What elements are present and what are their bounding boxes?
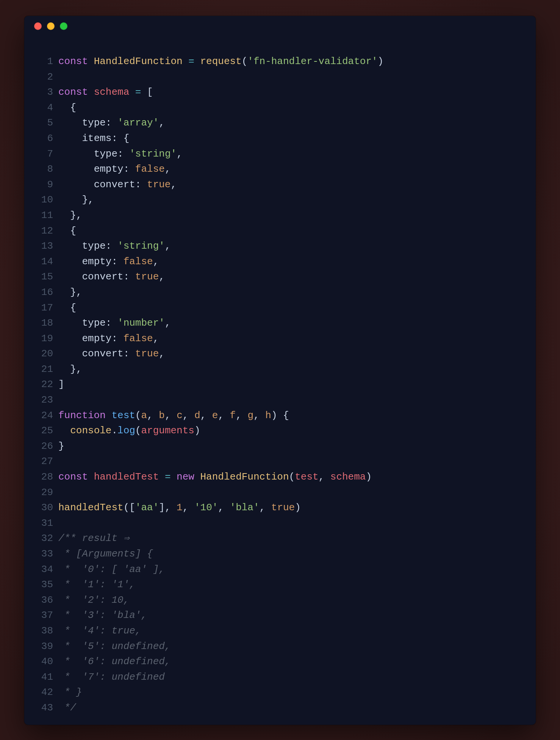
token-bool: true <box>135 348 159 359</box>
token-pun: ] <box>58 379 64 390</box>
line-number: 26 <box>32 439 58 454</box>
token-pun <box>58 256 82 267</box>
code-content: type: 'array', <box>58 115 165 131</box>
code-content: * '2': 10, <box>58 593 129 608</box>
token-kw: new <box>177 471 194 483</box>
token-str: 'string' <box>117 240 165 252</box>
window-zoom-dot[interactable] <box>60 22 67 30</box>
token-pun: { <box>58 302 76 314</box>
token-pun: , <box>260 502 271 513</box>
token-pun <box>58 317 82 329</box>
token-pun <box>58 333 82 344</box>
token-pun <box>106 410 112 421</box>
token-cls: HandledFunction <box>94 56 183 67</box>
token-pun: : <box>135 179 147 190</box>
code-content: { <box>58 100 76 116</box>
line-number: 28 <box>32 469 58 485</box>
code-content: }, <box>58 208 82 223</box>
line-number: 31 <box>32 516 58 531</box>
code-line: 1const HandledFunction = request('fn-han… <box>32 54 528 69</box>
code-area[interactable]: 1const HandledFunction = request('fn-han… <box>24 36 536 723</box>
code-line: 34 * '0': [ 'aa' ], <box>32 562 528 577</box>
line-number: 33 <box>32 546 58 562</box>
token-pun: ( <box>289 471 295 483</box>
token-cmt: * '3': 'bla', <box>58 610 147 621</box>
token-op: = <box>135 86 141 98</box>
code-content: } <box>58 439 64 454</box>
code-content <box>58 392 64 408</box>
code-line: 10 }, <box>32 192 528 208</box>
token-pun <box>58 240 82 252</box>
line-number: 8 <box>32 161 58 177</box>
token-pun: : <box>124 271 135 282</box>
token-cmt: /** result ⇒ <box>58 533 129 544</box>
code-line: 19 empty: false, <box>32 331 528 346</box>
token-pun: , <box>165 410 177 421</box>
line-number: 35 <box>32 577 58 593</box>
token-pun: , <box>165 317 171 329</box>
line-number: 40 <box>32 654 58 669</box>
code-content: { <box>58 223 76 239</box>
code-line: 2 <box>32 69 528 85</box>
token-str: 'bla' <box>230 502 260 513</box>
token-str: 'aa' <box>135 502 159 513</box>
line-number: 9 <box>32 177 58 193</box>
token-pun: , <box>159 348 165 359</box>
code-content: const schema = [ <box>58 85 153 100</box>
code-content <box>58 454 64 469</box>
token-pun: , <box>153 256 159 267</box>
token-pun: , <box>319 471 330 483</box>
line-number: 14 <box>32 254 58 270</box>
code-line: 22] <box>32 377 528 392</box>
code-line: 18 type: 'number', <box>32 315 528 331</box>
line-number: 1 <box>32 54 58 69</box>
line-number: 18 <box>32 315 58 331</box>
token-pun <box>58 133 82 144</box>
code-line: 20 convert: true, <box>32 346 528 362</box>
token-pun: { <box>58 225 76 237</box>
code-line: 16 }, <box>32 285 528 300</box>
token-prop: type <box>82 240 105 252</box>
token-arg: a <box>141 410 147 421</box>
token-prop: type <box>82 117 105 129</box>
token-pun <box>159 471 165 483</box>
token-pun: , <box>218 410 230 421</box>
line-number: 23 <box>32 392 58 408</box>
code-content: type: 'number', <box>58 315 171 331</box>
line-number: 27 <box>32 454 58 469</box>
token-pun: : { <box>111 133 129 144</box>
code-line: 25 console.log(arguments) <box>32 423 528 439</box>
token-arg: c <box>177 410 183 421</box>
token-pun: ], <box>159 502 177 513</box>
line-number: 10 <box>32 192 58 208</box>
token-str: 'string' <box>129 148 177 160</box>
token-cmt: * '7': undefined <box>58 671 165 683</box>
code-line: 8 empty: false, <box>32 161 528 177</box>
token-cmt: * } <box>58 687 82 698</box>
code-line: 6 items: { <box>32 131 528 146</box>
token-pun: ) <box>366 471 372 483</box>
code-content: ] <box>58 377 64 392</box>
token-var: schema <box>94 86 130 98</box>
line-number: 43 <box>32 700 58 716</box>
code-content: * '5': undefined, <box>58 639 171 654</box>
code-content: { <box>58 300 76 316</box>
token-pun: : <box>124 163 135 175</box>
code-content <box>58 485 64 500</box>
token-bool: true <box>135 271 159 282</box>
token-pun <box>194 471 200 483</box>
token-pun: , <box>159 117 165 129</box>
token-arg: e <box>212 410 218 421</box>
token-prop: type <box>82 317 105 329</box>
line-number: 42 <box>32 685 58 700</box>
window-close-dot[interactable] <box>34 22 42 30</box>
line-number: 29 <box>32 485 58 500</box>
window-minimize-dot[interactable] <box>47 22 55 30</box>
token-op: = <box>165 471 171 483</box>
token-prop: empty <box>82 333 111 344</box>
token-str: 'array' <box>117 117 159 129</box>
code-line: 39 * '5': undefined, <box>32 639 528 654</box>
token-arg: h <box>265 410 271 421</box>
line-number: 12 <box>32 223 58 239</box>
token-pun: : <box>124 348 135 359</box>
